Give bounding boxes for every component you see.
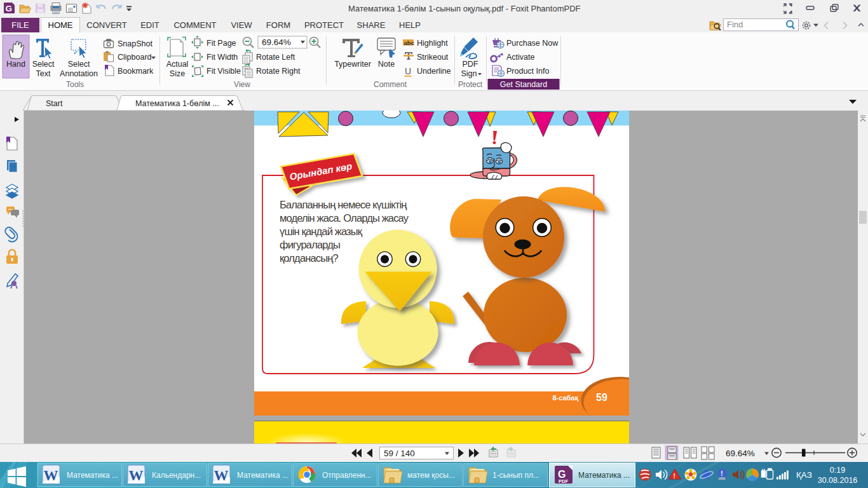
svg-text:Hand: Hand xyxy=(6,60,25,69)
svg-text:Actual: Actual xyxy=(166,60,189,69)
svg-text:Кальендарн...: Кальендарн... xyxy=(152,471,201,480)
svg-text:8-сабақ: 8-сабақ xyxy=(552,394,578,402)
svg-text:View: View xyxy=(234,80,250,89)
svg-text:Highlight: Highlight xyxy=(417,39,448,48)
svg-text:G: G xyxy=(6,4,13,13)
svg-text:Purchase Now: Purchase Now xyxy=(506,39,559,48)
svg-text:Fit Visible: Fit Visible xyxy=(207,67,241,76)
svg-text:Fit Page: Fit Page xyxy=(207,39,236,48)
svg-text:Балапанның немесе күшіктің: Балапанның немесе күшіктің xyxy=(280,199,407,210)
svg-text:59: 59 xyxy=(596,392,607,403)
svg-text:Protect: Protect xyxy=(458,80,483,89)
svg-text:моделін жаса. Оларды жасау: моделін жаса. Оларды жасау xyxy=(280,212,409,224)
svg-text:Underline: Underline xyxy=(417,67,451,76)
svg-text:Математика 1-бөлім ...: Математика 1-бөлім ... xyxy=(135,99,219,108)
svg-text:Text: Text xyxy=(36,69,51,78)
svg-text:abc: abc xyxy=(404,39,414,46)
svg-text:Bookmark: Bookmark xyxy=(118,67,154,76)
svg-text:Математика ...: Математика ... xyxy=(67,471,118,480)
svg-text:U: U xyxy=(405,66,411,76)
svg-text:69.64%: 69.64% xyxy=(262,37,291,47)
svg-text:Rotate Right: Rotate Right xyxy=(256,67,301,76)
svg-text:Activate: Activate xyxy=(506,53,535,62)
svg-text:Clipboard: Clipboard xyxy=(118,53,152,62)
svg-text:Rotate Left: Rotate Left xyxy=(256,53,295,62)
svg-text:қолданасың?: қолданасың? xyxy=(280,252,338,264)
svg-text:59 / 140: 59 / 140 xyxy=(384,449,415,458)
svg-text:SnapShot: SnapShot xyxy=(118,39,153,48)
svg-text:Get Standard: Get Standard xyxy=(500,80,547,89)
svg-text:30.08.2016: 30.08.2016 xyxy=(818,476,858,485)
svg-text:Tools: Tools xyxy=(66,80,84,89)
svg-text:1-сынып пл...: 1-сынып пл... xyxy=(492,471,539,480)
svg-text:Typewriter: Typewriter xyxy=(334,60,371,69)
svg-text:Annotation: Annotation xyxy=(60,69,98,78)
svg-text:Select: Select xyxy=(32,60,55,69)
svg-text:!: ! xyxy=(721,470,723,477)
svg-text:үшін қандай жазық: үшін қандай жазық xyxy=(280,226,363,237)
svg-text:Математика ...: Математика ... xyxy=(237,471,288,480)
svg-text:Size: Size xyxy=(170,69,185,78)
svg-text:PDF: PDF xyxy=(463,60,478,69)
svg-text:Product Info: Product Info xyxy=(506,67,549,76)
svg-text:ҚАЗ: ҚАЗ xyxy=(796,470,812,480)
svg-text:69.64%: 69.64% xyxy=(726,449,755,458)
svg-text:Note: Note xyxy=(378,60,395,69)
svg-text:Comment: Comment xyxy=(374,80,407,89)
svg-text:Strikeout: Strikeout xyxy=(417,53,449,62)
svg-text:Математика ...: Математика ... xyxy=(578,471,630,480)
svg-text:Отправленн...: Отправленн... xyxy=(322,471,372,480)
svg-text:Fit Width: Fit Width xyxy=(207,53,238,62)
svg-text:Select: Select xyxy=(68,60,90,69)
svg-text:0:19: 0:19 xyxy=(830,466,845,475)
svg-text:Start: Start xyxy=(46,99,63,108)
svg-text:Sign: Sign xyxy=(461,69,477,78)
svg-text:фигураларды: фигураларды xyxy=(280,239,340,250)
svg-text:матем қосы...: матем қосы... xyxy=(407,471,455,480)
svg-text:PDF: PDF xyxy=(559,478,568,484)
svg-text:!: ! xyxy=(674,473,675,480)
svg-text:W: W xyxy=(44,468,58,484)
svg-text:Find: Find xyxy=(727,20,743,29)
